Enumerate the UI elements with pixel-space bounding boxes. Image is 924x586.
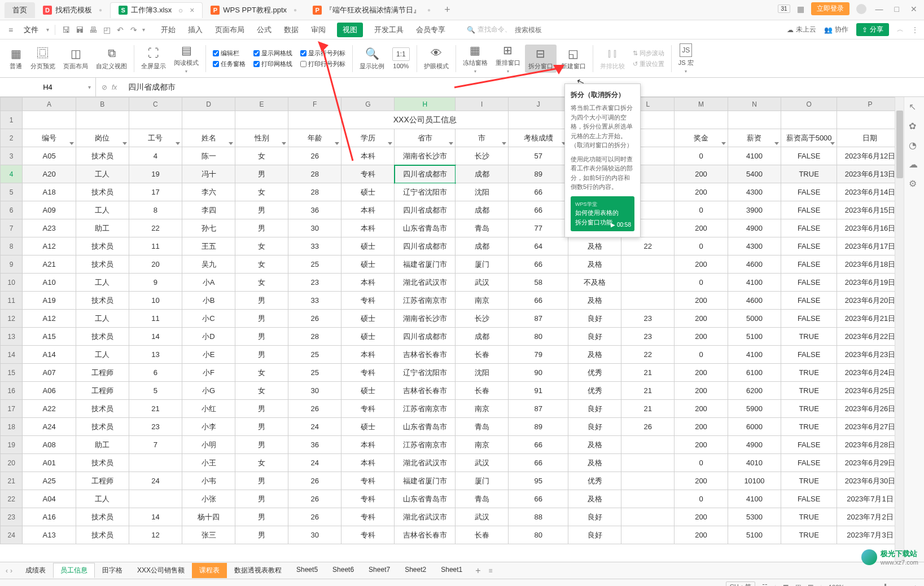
cell[interactable]: 工人 (76, 490, 129, 508)
cell[interactable]: 硕士 (341, 382, 395, 400)
cell[interactable]: 技术员 (76, 255, 129, 274)
cell[interactable]: 男 (235, 310, 288, 328)
cell[interactable]: 良好 (568, 526, 621, 544)
cell[interactable]: 小李 (182, 418, 235, 436)
view-normal-icon[interactable]: ▦ (783, 583, 789, 586)
cell[interactable]: A01 (23, 454, 76, 472)
cell[interactable]: 23 (621, 310, 675, 328)
cell[interactable]: 技术员 (76, 292, 129, 310)
cell[interactable]: 技术员 (76, 183, 129, 201)
cell[interactable]: 26 (288, 310, 341, 328)
column-header-D[interactable]: D (182, 98, 235, 111)
cell[interactable]: 吉林省长春市 (395, 526, 456, 544)
header-cell[interactable]: 市 (456, 129, 509, 147)
header-cell[interactable]: 日期 (837, 129, 903, 147)
cell[interactable]: 四川省成都市 (395, 237, 456, 255)
cell[interactable]: 吉林省长春市 (395, 346, 456, 364)
command-search[interactable]: 🔍 查找命令、 (467, 25, 548, 35)
cell[interactable]: 24 (288, 418, 341, 436)
cell[interactable]: 5 (129, 382, 182, 400)
row-header-18[interactable]: 18 (1, 418, 23, 436)
cell[interactable]: 4010 (728, 454, 781, 472)
page-break-preview-button[interactable]: ⿴分页预览 (27, 45, 59, 73)
cell[interactable]: 21 (621, 400, 675, 418)
cell[interactable]: 女 (235, 274, 288, 292)
cell[interactable]: 工程师 (76, 382, 129, 400)
cell[interactable]: 吴九 (182, 255, 235, 274)
cell[interactable]: 79 (509, 346, 568, 364)
cell[interactable]: 200 (675, 382, 728, 400)
cell[interactable]: FALSE (781, 346, 837, 364)
more-icon[interactable]: ⋮ (912, 26, 918, 34)
cell[interactable]: 长春 (456, 526, 509, 544)
cell[interactable]: 24 (288, 454, 341, 472)
sheet-tab[interactable]: Sheet2 (397, 563, 433, 578)
cell[interactable]: 6200 (728, 382, 781, 400)
cell[interactable]: A12 (23, 237, 76, 255)
cell[interactable]: 良好 (568, 310, 621, 328)
sheet-tab[interactable]: Sheet5 (289, 563, 325, 578)
cell[interactable]: 硕士 (341, 328, 395, 346)
document-tab[interactable]: PWPS PPT教程.pptx● (203, 2, 305, 18)
cell[interactable] (288, 111, 341, 129)
cell[interactable]: 4100 (728, 346, 781, 364)
print-preview-icon[interactable]: ◰ (102, 25, 112, 35)
cell[interactable]: 0 (675, 237, 728, 255)
cell[interactable]: 66 (509, 490, 568, 508)
cell[interactable]: 成都 (456, 201, 509, 219)
menu-tab-会员专享[interactable]: 会员专享 (415, 23, 446, 37)
column-header-E[interactable]: E (235, 98, 288, 111)
row-header-6[interactable]: 6 (1, 201, 23, 219)
cell[interactable] (23, 111, 76, 129)
header-cell[interactable]: 学历 (341, 129, 395, 147)
home-tab[interactable]: 首页 (5, 2, 35, 18)
cell[interactable]: 工程师 (76, 472, 129, 490)
maximize-button[interactable]: □ (892, 5, 901, 14)
cell[interactable]: 2023年6月27日 (837, 418, 903, 436)
filter-dropdown-icon[interactable] (721, 142, 726, 145)
cell[interactable]: FALSE (781, 310, 837, 328)
cell[interactable]: 64 (509, 237, 568, 255)
cell[interactable]: FALSE (781, 255, 837, 274)
menu-tab-审阅[interactable]: 审阅 (310, 23, 327, 37)
cell[interactable]: 2023年6月18日 (837, 255, 903, 274)
cell[interactable]: 66 (509, 255, 568, 274)
cell[interactable]: 青岛 (456, 219, 509, 237)
page-layout-button[interactable]: ◫页面布局 (60, 45, 91, 73)
cell[interactable]: 本科 (341, 346, 395, 364)
zoom-100-button[interactable]: 1:1100% (389, 45, 413, 72)
header-cell[interactable]: 省市 (395, 129, 456, 147)
cell[interactable]: 小王 (182, 454, 235, 472)
cell[interactable]: 4 (129, 147, 182, 165)
cell[interactable]: 23 (288, 274, 341, 292)
column-header-B[interactable]: B (76, 98, 129, 111)
cell[interactable]: A18 (23, 183, 76, 201)
cell[interactable] (621, 526, 675, 544)
cell[interactable]: 湖南省长沙市 (395, 147, 456, 165)
cell[interactable]: 工人 (76, 310, 129, 328)
cell[interactable]: 2023年6月14日 (837, 183, 903, 201)
cell[interactable]: 200 (675, 255, 728, 274)
cell[interactable]: 男 (235, 436, 288, 454)
cell[interactable]: 男 (235, 219, 288, 237)
cell[interactable]: 良好 (568, 328, 621, 346)
cell[interactable]: 良好 (568, 508, 621, 526)
cell[interactable]: 5100 (728, 328, 781, 346)
filter-dropdown-icon[interactable] (122, 142, 127, 145)
cell[interactable]: 26 (288, 490, 341, 508)
cell[interactable]: 硕士 (341, 237, 395, 255)
cell[interactable]: 21 (621, 364, 675, 382)
cell[interactable]: 小明 (182, 436, 235, 454)
new-window-button[interactable]: ◱新建窗口 (558, 45, 589, 73)
template-search-input[interactable] (514, 25, 548, 35)
cell[interactable]: 21 (129, 400, 182, 418)
cell[interactable]: 及格 (568, 346, 621, 364)
chart-icon[interactable]: ◔ (909, 140, 920, 151)
cell[interactable]: FALSE (781, 147, 837, 165)
cell[interactable]: 技术员 (76, 508, 129, 526)
cell[interactable]: 本科 (341, 436, 395, 454)
title-cell[interactable]: XXX公司员工信息 (341, 111, 509, 129)
column-header-M[interactable]: M (675, 98, 728, 111)
sheet-tab[interactable]: 员工信息 (53, 563, 95, 578)
cell[interactable]: 男 (235, 472, 288, 490)
